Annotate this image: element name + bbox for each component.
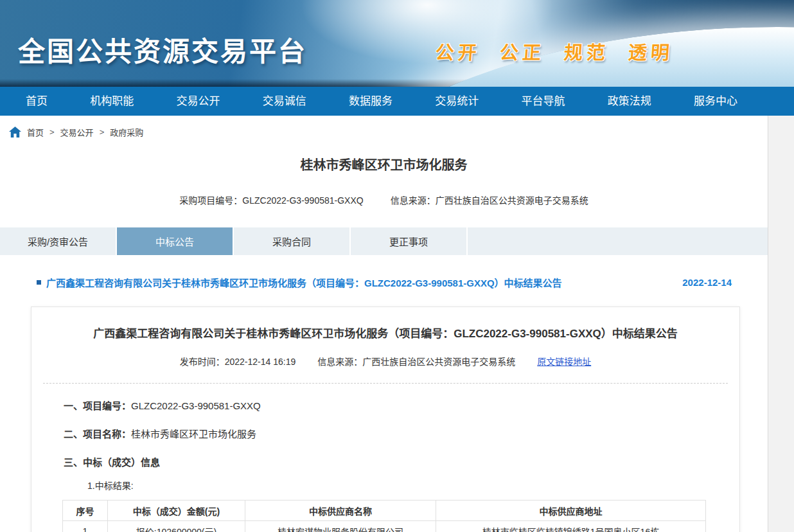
table-header-row: 序号 中标（成交）金额(元) 中标供应商名称 中标供应商地址 bbox=[63, 501, 706, 521]
project-number-value: GLZC2022-G3-990581-GXXQ bbox=[242, 195, 363, 206]
award-result-table: 序号 中标（成交）金额(元) 中标供应商名称 中标供应商地址 1 报价:1026… bbox=[62, 500, 706, 532]
tab-procurement-notice[interactable]: 采购/资审公告 bbox=[0, 227, 116, 255]
breadcrumb-separator: > bbox=[49, 127, 55, 137]
section-award-info: 三、中标（成交）信息 bbox=[64, 455, 739, 468]
breadcrumb: 首页 > 交易公开 > 政府采购 bbox=[0, 116, 768, 138]
site-banner: 全国公共资源交易平台 公开 公正 规范 透明 bbox=[0, 0, 794, 87]
project-info-line: 采购项目编号：GLZC2022-G3-990581-GXXQ信息来源：广西壮族自… bbox=[0, 193, 768, 206]
section-project-number-value: GLZC2022-G3-990581-GXXQ bbox=[131, 400, 261, 411]
site-slogan: 公开 公正 规范 透明 bbox=[435, 37, 675, 64]
nav-item-platform-guide[interactable]: 平台导航 bbox=[522, 87, 565, 116]
main-nav: 首页 机构职能 交易公开 交易诚信 数据服务 交易统计 平台导航 政策法规 服务… bbox=[0, 87, 794, 116]
table-row: 1 报价:102600000(元) 桂林宏谋物业服务股份有限公司 桂林市临桂区临… bbox=[63, 521, 706, 532]
detail-title: 广西鑫渠工程咨询有限公司关于桂林市秀峰区环卫市场化服务（项目编号：GLZC202… bbox=[57, 324, 714, 341]
home-icon[interactable] bbox=[9, 127, 21, 137]
section-project-name: 二、项目名称：桂林市秀峰区环卫市场化服务 bbox=[64, 427, 739, 440]
tab-award-notice[interactable]: 中标公告 bbox=[117, 227, 233, 255]
breadcrumb-item-gov-procurement[interactable]: 政府采购 bbox=[110, 126, 143, 138]
table-header-amount: 中标（成交）金额(元) bbox=[108, 501, 245, 521]
section-project-number: 一、项目编号：GLZC2022-G3-990581-GXXQ bbox=[64, 398, 739, 412]
nav-item-data-service[interactable]: 数据服务 bbox=[349, 87, 393, 116]
page-title: 桂林市秀峰区环卫市场化服务 bbox=[0, 155, 768, 173]
breadcrumb-separator: > bbox=[100, 127, 105, 137]
nav-item-service-center[interactable]: 服务中心 bbox=[694, 87, 737, 116]
info-source-label: 信息来源： bbox=[391, 195, 436, 206]
original-link[interactable]: 原文链接地址 bbox=[537, 357, 591, 367]
detail-source-label: 信息来源： bbox=[317, 357, 362, 367]
site-title: 全国公共资源交易平台 bbox=[18, 30, 307, 69]
notice-tabs: 采购/资审公告 中标公告 采购合同 更正事项 bbox=[0, 227, 768, 255]
section-award-info-label: 三、中标（成交）信息 bbox=[64, 457, 160, 468]
info-source-value: 广西壮族自治区公共资源电子交易系统 bbox=[436, 195, 588, 206]
publish-time-value: 2022-12-14 16:19 bbox=[225, 357, 296, 367]
nav-item-trade-open[interactable]: 交易公开 bbox=[177, 87, 220, 116]
section-project-name-label: 二、项目名称： bbox=[64, 429, 131, 439]
announcement-detail-card: 广西鑫渠工程咨询有限公司关于桂林市秀峰区环卫市场化服务（项目编号：GLZC202… bbox=[31, 306, 740, 532]
breadcrumb-item-trade-open[interactable]: 交易公开 bbox=[60, 126, 94, 138]
nav-item-trade-stats[interactable]: 交易统计 bbox=[435, 87, 479, 116]
table-cell-supplier-address: 桂林市临桂区临桂镇锦绣路1号国奥小区16栋 bbox=[436, 521, 706, 532]
table-header-supplier-name: 中标供应商名称 bbox=[245, 501, 436, 521]
breadcrumb-item-home[interactable]: 首页 bbox=[27, 126, 44, 138]
award-result-label: 1.中标结果: bbox=[87, 479, 739, 492]
publish-time-label: 发布时间： bbox=[180, 357, 225, 367]
project-number-label: 采购项目编号： bbox=[179, 195, 242, 206]
square-bullet-icon bbox=[37, 280, 41, 285]
nav-item-home[interactable]: 首页 bbox=[26, 87, 48, 116]
detail-source-value: 广西壮族自治区公共资源电子交易系统 bbox=[362, 357, 515, 367]
table-cell-supplier-name: 桂林宏谋物业服务股份有限公司 bbox=[245, 521, 436, 532]
tabs-filler bbox=[468, 227, 768, 255]
content-area: 首页 > 交易公开 > 政府采购 桂林市秀峰区环卫市场化服务 采购项目编号：GL… bbox=[0, 116, 768, 532]
announcement-date: 2022-12-14 bbox=[682, 277, 732, 288]
table-cell-amount: 报价:102600000(元) bbox=[108, 521, 245, 532]
nav-item-policy[interactable]: 政策法规 bbox=[608, 87, 651, 116]
tab-contract[interactable]: 采购合同 bbox=[234, 227, 349, 255]
table-header-seq: 序号 bbox=[63, 501, 108, 521]
announcement-link[interactable]: 广西鑫渠工程咨询有限公司关于桂林市秀峰区环卫市场化服务（项目编号：GLZC202… bbox=[46, 276, 562, 289]
announcement-list-item: 广西鑫渠工程咨询有限公司关于桂林市秀峰区环卫市场化服务（项目编号：GLZC202… bbox=[0, 276, 768, 289]
table-header-supplier-address: 中标供应商地址 bbox=[436, 501, 706, 521]
tab-correction[interactable]: 更正事项 bbox=[351, 227, 466, 255]
section-project-number-label: 一、项目编号： bbox=[64, 400, 131, 411]
nav-item-functions[interactable]: 机构职能 bbox=[90, 87, 134, 116]
nav-item-trade-credit[interactable]: 交易诚信 bbox=[263, 87, 306, 116]
dashed-divider bbox=[43, 383, 728, 384]
table-cell-seq: 1 bbox=[63, 521, 108, 532]
section-project-name-value: 桂林市秀峰区环卫市场化服务 bbox=[131, 429, 256, 439]
detail-meta-line: 发布时间：2022-12-14 16:19信息来源：广西壮族自治区公共资源电子交… bbox=[31, 355, 739, 368]
